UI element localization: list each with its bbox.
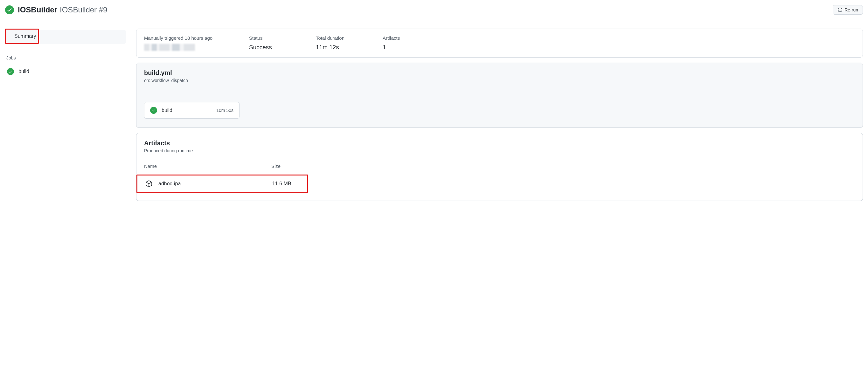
run-meta-card: Manually triggered 18 hours ago Status S… (136, 29, 863, 58)
rerun-label: Re-run (844, 7, 858, 12)
status-col: Status Success (249, 35, 290, 51)
artifact-row-highlight: adhoc-ipa 11.6 MB (136, 174, 308, 193)
artifact-row[interactable]: adhoc-ipa 11.6 MB (145, 180, 307, 188)
trigger-label: Manually triggered 18 hours ago (144, 35, 224, 41)
duration-col: Total duration 11m 12s (316, 35, 357, 51)
workflow-name: IOSBuilder (18, 5, 57, 14)
sidebar: Summary Jobs build (5, 29, 126, 201)
col-size: Size (271, 163, 319, 169)
rerun-button[interactable]: Re-run (833, 5, 863, 14)
workflow-trigger: on: workflow_dispatch (144, 78, 855, 83)
artifacts-value: 1 (383, 44, 424, 51)
duration-label: Total duration (316, 35, 357, 41)
artifact-size: 11.6 MB (272, 181, 291, 187)
success-check-icon (7, 68, 14, 75)
package-icon (145, 180, 153, 188)
header-left: IOSBuilder IOSBuilder #9 (5, 5, 107, 14)
workflow-job-node[interactable]: build 10m 50s (144, 102, 240, 119)
success-check-icon (150, 107, 157, 114)
artifacts-label: Artifacts (383, 35, 424, 41)
workflow-file: build.yml (144, 69, 855, 76)
run-number: IOSBuilder #9 (60, 5, 107, 14)
artifacts-headers: Name Size (144, 163, 855, 169)
job-node-name: build (162, 107, 212, 113)
summary-label: Summary (14, 33, 36, 39)
duration-value: 11m 12s (316, 44, 357, 51)
summary-row-bg (40, 30, 126, 44)
artifacts-subtitle: Produced during runtime (144, 148, 855, 153)
sync-icon (837, 7, 842, 12)
job-name: build (19, 69, 29, 74)
workflow-graph-card: build.yml on: workflow_dispatch build 10… (136, 63, 863, 128)
sidebar-summary[interactable]: Summary (6, 30, 38, 43)
col-name: Name (144, 163, 271, 169)
artifact-name: adhoc-ipa (158, 181, 181, 187)
summary-highlight: Summary (5, 29, 39, 44)
jobs-section-label: Jobs (5, 53, 126, 63)
sidebar-job-build[interactable]: build (5, 65, 126, 77)
success-check-icon (5, 5, 14, 14)
artifacts-col: Artifacts 1 (383, 35, 424, 51)
status-value: Success (249, 44, 290, 51)
status-label: Status (249, 35, 290, 41)
main-content: Manually triggered 18 hours ago Status S… (136, 29, 863, 201)
run-title: IOSBuilder IOSBuilder #9 (18, 5, 107, 14)
actor-avatar-blurred (144, 44, 195, 51)
artifacts-card: Artifacts Produced during runtime Name S… (136, 133, 863, 201)
job-node-duration: 10m 50s (216, 108, 234, 113)
page-header: IOSBuilder IOSBuilder #9 Re-run (0, 0, 868, 17)
trigger-col: Manually triggered 18 hours ago (144, 35, 224, 51)
artifacts-title: Artifacts (144, 139, 855, 147)
